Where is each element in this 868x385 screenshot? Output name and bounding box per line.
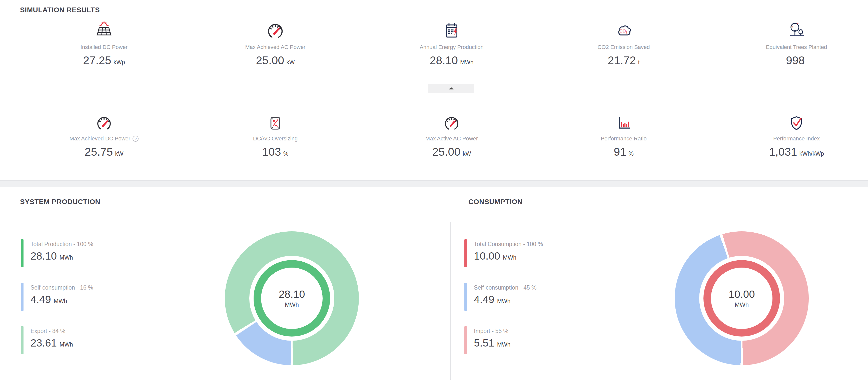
legend-label: Self-consumption - 16 % xyxy=(31,284,93,291)
legend-label: Self-consumption - 45 % xyxy=(474,284,537,291)
consumption-donut-chart: 10.00 MWh xyxy=(675,231,809,365)
results-section-title: SIMULATION RESULTS xyxy=(20,6,100,14)
legend-label: Total Production - 100 % xyxy=(31,241,93,248)
donut-center-unit: MWh xyxy=(735,301,749,308)
metric-value: 28.10MWh xyxy=(374,54,529,67)
legend-color-bar xyxy=(21,283,24,311)
gauge-icon xyxy=(27,114,182,132)
metric-performance-ratio: Performance Ratio 91% xyxy=(546,114,701,159)
vertical-divider xyxy=(450,222,451,380)
legend-color-bar xyxy=(464,239,467,267)
legend-item-total-production: Total Production - 100 % 28.10MWh xyxy=(21,239,93,267)
calendar-bolt-icon xyxy=(374,21,529,40)
metric-annual-energy-production: Annual Energy Production 28.10MWh xyxy=(374,21,529,67)
metric-label: DC/AC Oversizing xyxy=(253,135,298,142)
donut-center-value: 10.00 xyxy=(728,288,755,300)
production-section-title: SYSTEM PRODUCTION xyxy=(20,198,100,206)
legend-color-bar xyxy=(21,239,24,267)
svg-text:*: * xyxy=(797,22,799,27)
legend-color-bar xyxy=(464,326,467,354)
metric-co2-emission-saved: CO2 CO2 Emission Saved 21.72t xyxy=(546,21,701,67)
metric-installed-dc-power: Installed DC Power 27.25kWp xyxy=(27,21,182,67)
legend-value: 28.10MWh xyxy=(31,250,93,262)
legend-item-export: Export - 84 % 23.61MWh xyxy=(21,326,73,354)
legend-value: 23.61MWh xyxy=(31,337,73,349)
shield-check-icon xyxy=(719,114,868,132)
simulation-results-page: SIMULATION RESULTS Installed DC Power 27… xyxy=(0,0,868,385)
metric-max-achieved-ac-power: Max Achieved AC Power 25.00kW xyxy=(198,21,353,67)
chevron-up-icon xyxy=(448,87,454,90)
metric-value: 103% xyxy=(198,145,353,159)
metric-label: Performance Index xyxy=(773,135,820,142)
co2-cloud-icon: CO2 xyxy=(546,21,701,40)
metric-label: Installed DC Power xyxy=(81,44,127,50)
donut-center-value: 28.10 xyxy=(279,288,305,300)
metric-value: 25.75kW xyxy=(27,145,182,159)
donut-center-unit: MWh xyxy=(285,301,299,308)
legend-value: 4.49MWh xyxy=(474,293,537,306)
legend-value: 4.49MWh xyxy=(31,293,93,306)
metric-label: Max Achieved AC Power xyxy=(245,44,306,50)
legend-value: 10.00MWh xyxy=(474,250,543,262)
legend-label: Export - 84 % xyxy=(31,328,73,335)
metric-value: 1,031kWh/kWp xyxy=(719,145,868,159)
bar-chart-icon xyxy=(546,114,701,132)
legend-value: 5.51MWh xyxy=(474,337,510,349)
collapse-results-button[interactable] xyxy=(428,84,474,93)
metric-label: CO2 Emission Saved xyxy=(597,44,650,50)
metric-label: Max Achieved DC Power xyxy=(69,135,130,142)
consumption-section-title: CONSUMPTION xyxy=(468,198,523,206)
help-icon[interactable]: ? xyxy=(132,136,138,142)
section-divider-band xyxy=(0,180,868,187)
metric-value: 27.25kWp xyxy=(27,54,182,67)
legend-item-self-consumption: Self-consumption - 45 % 4.49MWh xyxy=(464,283,537,311)
legend-label: Import - 55 % xyxy=(474,328,510,335)
production-donut-chart: 28.10 MWh xyxy=(225,231,359,365)
metric-value: 21.72t xyxy=(546,54,701,67)
solar-panel-icon xyxy=(27,21,182,40)
metric-dc-ac-oversizing: DC/AC Oversizing 103% xyxy=(198,114,353,159)
legend-item-self-consumption: Self-consumption - 16 % 4.49MWh xyxy=(21,283,93,311)
legend-item-total-consumption: Total Consumption - 100 % 10.00MWh xyxy=(464,239,543,267)
production-inner-ring: 28.10 MWh xyxy=(254,260,330,337)
legend-color-bar xyxy=(464,283,467,311)
metric-label: Performance Ratio xyxy=(601,135,646,142)
metric-label: Equivalent Trees Planted xyxy=(766,44,827,50)
trees-icon: * * xyxy=(719,21,868,40)
metric-value: 91% xyxy=(546,145,701,159)
metric-value: 25.00kW xyxy=(374,145,529,159)
metric-max-active-ac-power: Max Active AC Power 25.00kW xyxy=(374,114,529,159)
metric-value: 25.00kW xyxy=(198,54,353,67)
metric-label: Annual Energy Production xyxy=(420,44,484,50)
gauge-icon xyxy=(374,114,529,132)
gauge-icon xyxy=(198,21,353,40)
svg-text:CO2: CO2 xyxy=(619,29,627,34)
legend-color-bar xyxy=(21,326,24,354)
metric-max-achieved-dc-power: Max Achieved DC Power ? 25.75kW xyxy=(27,114,182,159)
metric-performance-index: Performance Index 1,031kWh/kWp xyxy=(719,114,868,159)
metric-label: Max Active AC Power xyxy=(425,135,478,142)
svg-text:*: * xyxy=(792,25,794,30)
metric-equivalent-trees-planted: * * Equivalent Trees Planted 998 xyxy=(719,21,868,67)
dc-ac-oversizing-icon xyxy=(198,114,353,132)
legend-item-import: Import - 55 % 5.51MWh xyxy=(464,326,510,354)
metric-value: 998 xyxy=(719,54,868,67)
consumption-inner-ring: 10.00 MWh xyxy=(704,260,780,337)
legend-label: Total Consumption - 100 % xyxy=(474,241,543,248)
